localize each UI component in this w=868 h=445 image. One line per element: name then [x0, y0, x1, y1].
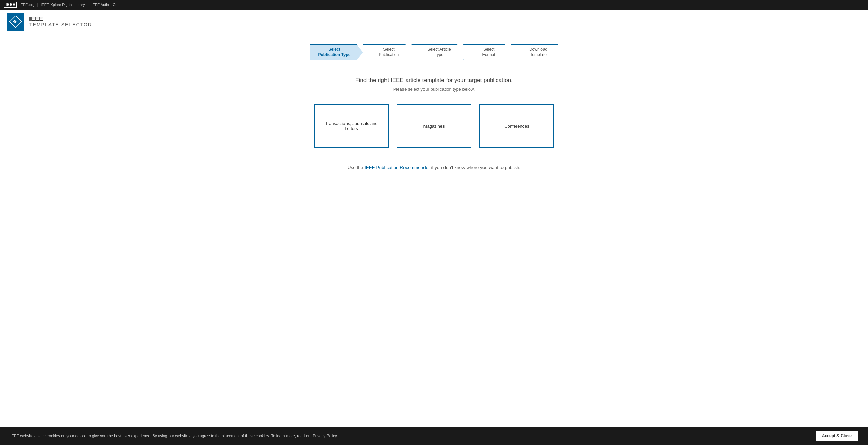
card-transactions[interactable]: Transactions, Journals and Letters — [314, 104, 389, 148]
top-nav-link-2[interactable]: IEEE Xplore Digital Library — [41, 3, 85, 7]
steps-bar: SelectPublication Type SelectPublication… — [310, 44, 558, 60]
step-3-label: Select ArticleType — [427, 47, 451, 57]
ieee-top-logo: IEEE — [4, 2, 17, 8]
cookie-text: IEEE websites place cookies on your devi… — [10, 434, 809, 438]
privacy-policy-link[interactable]: Privacy Policy. — [313, 434, 338, 438]
step-1[interactable]: SelectPublication Type — [310, 44, 363, 60]
cookie-message: IEEE websites place cookies on your devi… — [10, 434, 313, 438]
description-sub: Please select your publication type belo… — [355, 87, 513, 92]
recommender-section: Use the IEEE Publication Recommender if … — [348, 165, 521, 170]
recommender-pre-text: Use the — [348, 165, 364, 170]
accept-close-button[interactable]: Accept & Close — [816, 431, 858, 441]
card-magazines-label: Magazines — [423, 124, 445, 129]
description-section: Find the right IEEE article template for… — [355, 77, 513, 92]
step-2-label: SelectPublication — [379, 47, 399, 57]
header-selector-text: TEMPLATE SELECTOR — [29, 22, 92, 27]
header-title: IEEE TEMPLATE SELECTOR — [29, 16, 92, 27]
ieee-diamond-icon — [9, 16, 22, 28]
sep-2: | — [87, 3, 88, 7]
step-4[interactable]: SelectFormat — [463, 44, 511, 60]
recommender-post-text: if you don't know where you want to publ… — [430, 165, 520, 170]
top-nav-link-3[interactable]: IEEE Author Center — [91, 3, 124, 7]
card-magazines[interactable]: Magazines — [397, 104, 471, 148]
step-2[interactable]: SelectPublication — [363, 44, 412, 60]
recommender-link[interactable]: IEEE Publication Recommender — [364, 165, 430, 170]
top-nav-bar: IEEE IEEE.org | IEEE Xplore Digital Libr… — [0, 0, 868, 10]
card-conferences[interactable]: Conferences — [479, 104, 554, 148]
publication-type-cards: Transactions, Journals and Letters Magaz… — [314, 104, 554, 148]
step-4-label: SelectFormat — [482, 47, 495, 57]
step-3[interactable]: Select ArticleType — [411, 44, 463, 60]
step-1-label: SelectPublication Type — [318, 47, 350, 57]
card-conferences-label: Conferences — [504, 124, 529, 129]
sep-1: | — [37, 3, 38, 7]
top-nav-link-1[interactable]: IEEE.org — [19, 3, 34, 7]
header-ieee-text: IEEE — [29, 16, 92, 22]
card-transactions-label: Transactions, Journals and Letters — [320, 121, 382, 131]
page-header: IEEE TEMPLATE SELECTOR — [0, 10, 868, 34]
ieee-logo — [7, 13, 24, 31]
main-content: SelectPublication Type SelectPublication… — [0, 34, 868, 427]
cookie-bar: IEEE websites place cookies on your devi… — [0, 427, 868, 445]
step-5[interactable]: DownloadTemplate — [511, 44, 558, 60]
step-5-label: DownloadTemplate — [529, 47, 547, 57]
description-main: Find the right IEEE article template for… — [355, 77, 513, 84]
